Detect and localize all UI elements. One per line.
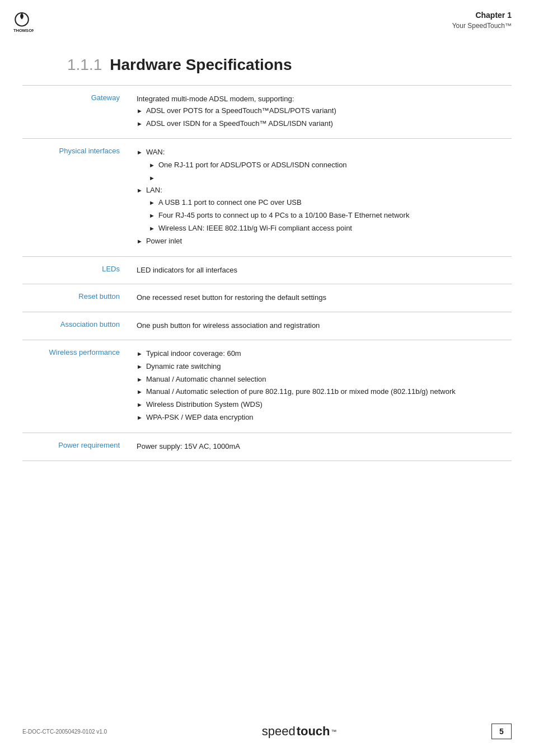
spec-label-association: Association button [22, 312, 129, 340]
chapter-title: Chapter 1 [452, 10, 512, 21]
spec-content-association: One push button for wireless association… [129, 312, 512, 340]
bullet-arrow: ► [149, 198, 155, 208]
logo-speed: speed [262, 724, 296, 739]
spec-content-power: Power supply: 15V AC, 1000mA [129, 433, 512, 461]
wireless-bullets: ►Typical indoor coverage: 60m ►Dynamic r… [137, 348, 512, 424]
bullet-text: Wireless LAN: IEEE 802.11b/g Wi-Fi compl… [158, 223, 352, 234]
bullet-arrow: ► [137, 413, 143, 423]
chapter-subtitle: Your SpeedTouch™ [452, 21, 512, 31]
bullet-arrow: ► [137, 237, 143, 247]
power-text: Power supply: 15V AC, 1000mA [137, 442, 240, 450]
bullet-arrow: ► [137, 387, 143, 397]
bullet-text: One RJ-11 port for ADSL/POTS or ADSL/ISD… [158, 159, 347, 171]
table-row: Association button One push button for w… [22, 312, 512, 340]
spec-content-physical: ► WAN: ►One RJ-11 port for ADSL/POTS or … [129, 139, 512, 256]
physical-bullets: ► WAN: ►One RJ-11 port for ADSL/POTS or … [137, 147, 512, 247]
association-text: One push button for wireless association… [137, 321, 320, 330]
spec-content-reset: One recessed reset button for restoring … [129, 284, 512, 312]
company-logo: THOMSON [10, 10, 34, 34]
table-row: Reset button One recessed reset button f… [22, 284, 512, 312]
bullet-text: Wireless Distribution System (WDS) [146, 399, 263, 411]
list-item: ►Four RJ-45 ports to connect up to 4 PCs… [149, 210, 512, 222]
gateway-bullets: ►ADSL over POTS for a SpeedTouch™ADSL/PO… [137, 105, 512, 130]
list-item: ►A USB 1.1 port to connect one PC over U… [149, 197, 512, 209]
bullet-arrow: ► [137, 186, 143, 196]
logo-tm: ™ [331, 729, 337, 735]
spec-label-power: Power requirement [22, 433, 129, 461]
table-row: Power requirement Power supply: 15V AC, … [22, 433, 512, 461]
bullet-text: Manual / Automatic selection of pure 802… [146, 386, 456, 398]
bullet-arrow: ► [149, 161, 155, 171]
lan-sub-bullets: ►A USB 1.1 port to connect one PC over U… [137, 197, 512, 234]
list-item: ►Manual / Automatic selection of pure 80… [137, 386, 512, 398]
list-item: ►Dynamic rate switching [137, 361, 512, 373]
gateway-intro: Integrated multi-mode ADSL modem, suppor… [137, 93, 512, 105]
spec-content-gateway: Integrated multi-mode ADSL modem, suppor… [129, 86, 512, 139]
table-row: Wireless performance ►Typical indoor cov… [22, 340, 512, 433]
list-item: ► Power inlet [137, 236, 512, 247]
bullet-arrow: ► [149, 224, 155, 234]
section-number: 1.1.1 [67, 56, 102, 74]
bullet-text: Four RJ-45 ports to connect up to 4 PCs … [158, 210, 410, 222]
bullet-text: ADSL over POTS for a SpeedTouch™ADSL/POT… [146, 105, 336, 117]
bullet-arrow: ► [149, 211, 155, 221]
list-item: ►Manual / Automatic channel selection [137, 374, 512, 386]
spec-table: Gateway Integrated multi-mode ADSL modem… [22, 85, 512, 461]
page-title-area: 1.1.1 Hardware Specifications [0, 39, 534, 85]
bullet-arrow: ► [137, 106, 143, 116]
list-item: ►Wireless Distribution System (WDS) [137, 399, 512, 411]
page-footer: E-DOC-CTC-20050429-0102 v1.0 speedtouch™… [0, 724, 534, 739]
spec-label-gateway: Gateway [22, 86, 129, 139]
bullet-arrow: ► [149, 173, 155, 184]
reset-text: One recessed reset button for restoring … [137, 293, 326, 302]
bullet-text: LAN: [146, 185, 162, 196]
bullet-text: Manual / Automatic channel selection [146, 374, 266, 386]
bullet-text: Typical indoor coverage: 60m [146, 348, 241, 360]
list-item: ► [149, 172, 512, 184]
bullet-arrow: ► [137, 349, 143, 359]
bullet-arrow: ► [137, 400, 143, 410]
list-item: ► WAN: [137, 147, 512, 158]
table-row: Gateway Integrated multi-mode ADSL modem… [22, 86, 512, 139]
leds-text: LED indicators for all interfaces [137, 266, 237, 274]
list-item: ►Typical indoor coverage: 60m [137, 348, 512, 360]
bullet-text: A USB 1.1 port to connect one PC over US… [158, 197, 302, 209]
spec-label-leds: LEDs [22, 256, 129, 284]
logo-touch: touch [297, 724, 330, 739]
spec-label-reset: Reset button [22, 284, 129, 312]
bullet-text: Dynamic rate switching [146, 361, 221, 373]
bullet-text: WAN: [146, 147, 165, 158]
page-number: 5 [491, 724, 512, 739]
list-item: ►ADSL over POTS for a SpeedTouch™ADSL/PO… [137, 105, 512, 117]
spec-label-physical: Physical interfaces [22, 139, 129, 256]
wan-sub-bullets: ►One RJ-11 port for ADSL/POTS or ADSL/IS… [137, 159, 512, 183]
page-header: THOMSON Chapter 1 Your SpeedTouch™ [0, 0, 534, 39]
table-row: Physical interfaces ► WAN: ►One RJ-11 po… [22, 139, 512, 256]
bullet-arrow: ► [137, 148, 143, 158]
chapter-info: Chapter 1 Your SpeedTouch™ [452, 10, 512, 30]
spec-label-wireless: Wireless performance [22, 340, 129, 433]
footer-doc-id: E-DOC-CTC-20050429-0102 v1.0 [22, 729, 107, 735]
thomson-logo-icon: THOMSON [10, 10, 34, 34]
table-row: LEDs LED indicators for all interfaces [22, 256, 512, 284]
bullet-text: WPA-PSK / WEP data encryption [146, 412, 254, 424]
bullet-arrow: ► [137, 362, 143, 372]
bullet-text: ADSL over ISDN for a SpeedTouch™ ADSL/IS… [146, 118, 333, 130]
speedtouch-logo: speedtouch™ [262, 724, 337, 739]
list-item: ►ADSL over ISDN for a SpeedTouch™ ADSL/I… [137, 118, 512, 130]
list-item: ►Wireless LAN: IEEE 802.11b/g Wi-Fi comp… [149, 223, 512, 234]
list-item: ► LAN: [137, 185, 512, 196]
section-title: Hardware Specifications [110, 56, 292, 74]
svg-text:THOMSON: THOMSON [13, 28, 34, 33]
list-item: ►WPA-PSK / WEP data encryption [137, 412, 512, 424]
spec-content-leds: LED indicators for all interfaces [129, 256, 512, 284]
content-area: Gateway Integrated multi-mode ADSL modem… [0, 85, 534, 472]
bullet-arrow: ► [137, 375, 143, 385]
list-item: ►One RJ-11 port for ADSL/POTS or ADSL/IS… [149, 159, 512, 171]
bullet-text: Power inlet [146, 236, 182, 247]
bullet-arrow: ► [137, 119, 143, 129]
spec-content-wireless: ►Typical indoor coverage: 60m ►Dynamic r… [129, 340, 512, 433]
